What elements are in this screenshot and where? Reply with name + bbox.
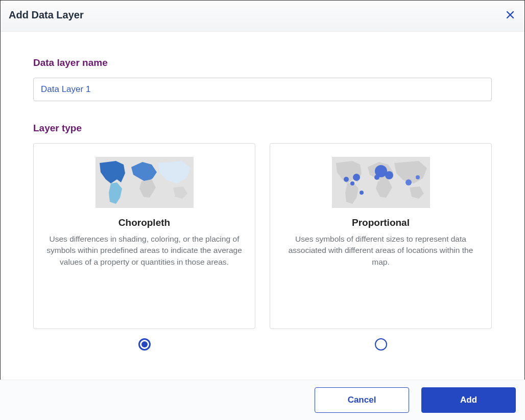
- type-field-label: Layer type: [33, 123, 492, 134]
- proportional-desc: Uses symbols of different sizes to repre…: [281, 234, 480, 268]
- layer-type-options: Choropleth Uses differences in shading, …: [33, 143, 492, 351]
- proportional-card[interactable]: Proportional Uses symbols of different s…: [270, 143, 492, 329]
- close-button[interactable]: [504, 9, 516, 21]
- svg-point-5: [360, 191, 364, 195]
- svg-point-7: [385, 171, 393, 179]
- svg-point-3: [353, 174, 360, 181]
- cancel-button[interactable]: Cancel: [315, 387, 409, 413]
- add-button[interactable]: Add: [421, 387, 516, 413]
- svg-point-9: [405, 179, 412, 185]
- proportional-title: Proportional: [352, 217, 410, 228]
- proportional-radio[interactable]: [375, 338, 387, 351]
- choropleth-thumbnail: [96, 157, 194, 208]
- modal-footer: Cancel Add: [0, 380, 525, 420]
- proportional-thumbnail: [332, 157, 430, 208]
- modal-body: Data layer name Layer type: [1, 32, 524, 361]
- svg-point-2: [344, 177, 349, 182]
- modal-header: Add Data Layer: [1, 1, 524, 32]
- layer-name-input[interactable]: [33, 78, 492, 101]
- radio-selected-icon: [141, 341, 148, 347]
- choropleth-radio[interactable]: [138, 338, 151, 351]
- name-field-label: Data layer name: [33, 57, 492, 68]
- svg-point-8: [374, 175, 379, 180]
- choropleth-card[interactable]: Choropleth Uses differences in shading, …: [33, 143, 255, 329]
- svg-point-4: [350, 181, 354, 185]
- choropleth-desc: Uses differences in shading, coloring, o…: [45, 234, 244, 268]
- choropleth-title: Choropleth: [118, 217, 170, 228]
- svg-point-10: [416, 175, 420, 179]
- modal-title: Add Data Layer: [9, 9, 84, 21]
- close-icon: [506, 10, 515, 19]
